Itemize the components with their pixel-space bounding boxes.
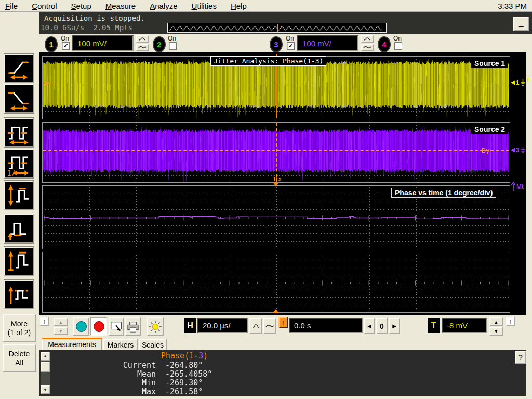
measurement-trend-marker[interactable]: Mt	[511, 182, 524, 191]
measurement-row-label: Min	[88, 378, 156, 388]
delete-all-button[interactable]: Delete All	[3, 344, 36, 372]
left-arrow-icon	[511, 80, 515, 85]
v-max-icon	[6, 249, 32, 274]
tilde-icon	[265, 324, 274, 328]
sidebar-measure-rise-time-button[interactable]	[4, 54, 34, 83]
channel-bar: 1 On ✔ 100 mV/ 2 On 3 On ✔ 100 mV/ 4 On	[39, 34, 532, 52]
channel-4-on-label: On	[393, 35, 402, 42]
sidebar-measure-v-amplitude-button[interactable]	[4, 181, 34, 210]
menu-control[interactable]: Control	[32, 2, 57, 10]
frequency-icon: 1/	[6, 151, 32, 176]
sine-icon	[139, 37, 146, 41]
channel-1-on-checkbox[interactable]: ✔	[62, 42, 70, 50]
channel-3-badge[interactable]: 3	[270, 36, 283, 52]
minimize-button[interactable]: −	[513, 17, 529, 31]
menu-utilities[interactable]: Utilities	[192, 2, 217, 10]
tab-markers[interactable]: Markers	[103, 339, 138, 350]
horizontal-position-field[interactable]: 0.0 s	[289, 318, 363, 333]
source1-label: Source 1	[471, 59, 508, 68]
vertical-scale-up-button[interactable]: ▲	[54, 318, 68, 326]
sine-icon	[252, 324, 260, 328]
position-zero-button[interactable]: 0	[376, 318, 388, 334]
waveform-preview-bar[interactable]	[167, 23, 387, 33]
position-right-button[interactable]: ▶	[389, 318, 400, 334]
marker-bx-arrow[interactable]	[273, 182, 279, 187]
left-arrow-icon	[511, 148, 515, 153]
vertical-scale-down-button[interactable]: ▼	[54, 327, 68, 335]
trigger-level-up-button[interactable]: ▲	[489, 317, 503, 326]
trigger-time-marker[interactable]	[273, 309, 279, 313]
horizontal-label: H	[184, 318, 196, 333]
channel-1-on-label: On	[61, 35, 69, 42]
scrollbar-thumb[interactable]	[41, 362, 50, 372]
print-button[interactable]	[125, 317, 141, 336]
collapse-up-button[interactable]: ↑	[40, 317, 49, 326]
trigger-level-letter: T	[526, 77, 529, 83]
channel-2-on-label: On	[168, 35, 176, 42]
more-button[interactable]: More (1 of 2)	[3, 314, 36, 342]
rise-time-icon	[6, 56, 32, 81]
channel-3-on-checkbox[interactable]: ✔	[287, 42, 295, 50]
tab-measurements[interactable]: Measurements	[42, 338, 102, 350]
waveform-display: Ay By Jitter Analysis: Phase(1-3) Source…	[39, 52, 526, 315]
position-left-button[interactable]: ◀	[364, 318, 375, 334]
marker-ay-label: Ay	[44, 79, 52, 87]
trigger-level-field[interactable]: -8 mV	[442, 318, 487, 333]
timebase-coarse-button[interactable]	[263, 318, 276, 334]
channel-4-badge[interactable]: 4	[378, 36, 391, 52]
acquisition-status: Acquisition is stopped.	[44, 14, 145, 22]
sidebar-measure-v-max-button[interactable]	[4, 247, 34, 276]
marker-bx-line[interactable]	[276, 123, 277, 182]
channel-1-wave-small-button[interactable]	[136, 35, 149, 43]
jitter-analysis-title: Jitter Analysis: Phase(1-3)	[210, 56, 326, 66]
sidebar-measure-pulse-width-button[interactable]	[4, 118, 34, 147]
sidebar-measure-frequency-button[interactable]: 1/	[4, 149, 34, 178]
sidebar-measure-v-base-button[interactable]	[4, 214, 34, 243]
scroll-up-button[interactable]: ▲	[41, 352, 50, 361]
marker-ax-line[interactable]	[276, 57, 277, 118]
collapse-trigger-button[interactable]: ↑	[506, 317, 515, 326]
scroll-down-button[interactable]: ▼	[41, 385, 50, 394]
run-icon	[76, 321, 87, 332]
tilde-icon	[138, 45, 147, 49]
channel-3-level-marker[interactable]: 3	[511, 147, 526, 154]
channel-2-badge[interactable]: 2	[153, 36, 166, 52]
sample-rate-status: 10.0 GSa/s 2.05 Mpts	[41, 23, 132, 32]
trigger-position-button[interactable]: ↑	[278, 317, 288, 328]
measurements-panel: ▲ ▼ Phase(1-3) Current -264.80° Mean -26…	[39, 350, 526, 396]
measurement-header: Phase(1-3)	[161, 351, 208, 361]
tilde-icon	[363, 45, 371, 49]
timebase-field[interactable]: 20.0 µs/	[197, 318, 248, 333]
display-brightness-button[interactable]	[147, 317, 164, 336]
channel-2-on-checkbox[interactable]	[169, 42, 177, 50]
channel-1-level-marker[interactable]: 1 T	[511, 79, 529, 86]
menu-analyze[interactable]: Analyze	[150, 2, 177, 10]
marker-bx-label: Bx	[274, 175, 282, 183]
channel-1-badge[interactable]: 1	[45, 36, 58, 52]
channel-4-on-checkbox[interactable]	[394, 42, 402, 50]
menu-measure[interactable]: Measure	[105, 2, 136, 10]
v-base-icon	[6, 216, 32, 241]
menu-help[interactable]: Help	[231, 2, 247, 10]
menu-setup[interactable]: Setup	[71, 2, 91, 10]
timebase-fine-button[interactable]	[249, 318, 262, 334]
tab-scales[interactable]: Scales	[139, 339, 167, 350]
measurement-row-value: -264.80°	[165, 361, 203, 370]
trigger-level-down-button[interactable]: ▼	[489, 327, 503, 336]
help-button[interactable]: ?	[515, 351, 526, 364]
sidebar-measure-v-average-button[interactable]	[4, 280, 34, 309]
channel-3-scale-field[interactable]: 100 mV/	[297, 35, 358, 51]
channel-1-scale-field[interactable]: 100 mV/	[72, 35, 134, 51]
channel-3-wave-large-button[interactable]	[361, 44, 374, 52]
sidebar-measure-fall-time-button[interactable]	[4, 84, 34, 113]
channel-3-wave-small-button[interactable]	[361, 35, 374, 43]
bottom-tabs: Measurements Markers Scales	[39, 338, 532, 350]
menu-file[interactable]: File	[5, 2, 18, 10]
function-grid	[42, 252, 510, 313]
run-button[interactable]	[73, 317, 89, 336]
screen-capture-button[interactable]	[109, 317, 124, 336]
stop-button[interactable]	[90, 317, 107, 336]
fall-time-icon	[6, 86, 32, 111]
measurement-row-value: -269.30°	[165, 378, 203, 388]
channel-1-wave-large-button[interactable]	[136, 44, 149, 52]
